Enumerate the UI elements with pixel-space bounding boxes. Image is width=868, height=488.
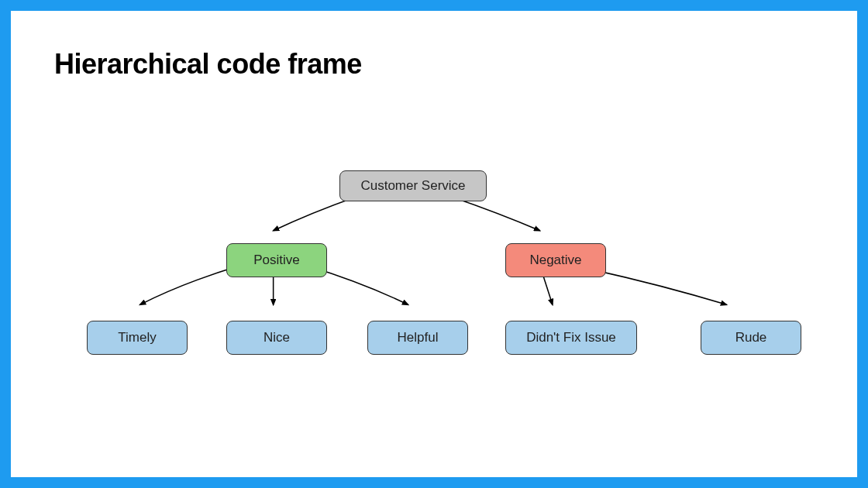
node-label: Timely [118, 330, 156, 345]
connector-arrows [11, 11, 857, 477]
node-label: Positive [253, 253, 300, 268]
node-positive: Positive [226, 243, 327, 277]
node-helpful: Helpful [367, 321, 468, 355]
node-timely: Timely [87, 321, 188, 355]
node-label: Nice [264, 330, 290, 345]
slide-frame: Hierarchical code frame Customer [0, 0, 868, 488]
node-label: Negative [529, 253, 581, 268]
node-label: Rude [735, 330, 767, 345]
node-didnt-fix-issue: Didn't Fix Issue [505, 321, 637, 355]
node-label: Didn't Fix Issue [526, 330, 616, 345]
node-label: Customer Service [360, 178, 465, 194]
node-nice: Nice [226, 321, 327, 355]
node-negative: Negative [505, 243, 606, 277]
node-customer-service: Customer Service [339, 170, 487, 201]
node-rude: Rude [701, 321, 801, 355]
diagram-canvas: Customer Service Positive Negative Timel… [11, 11, 857, 477]
node-label: Helpful [398, 330, 439, 345]
